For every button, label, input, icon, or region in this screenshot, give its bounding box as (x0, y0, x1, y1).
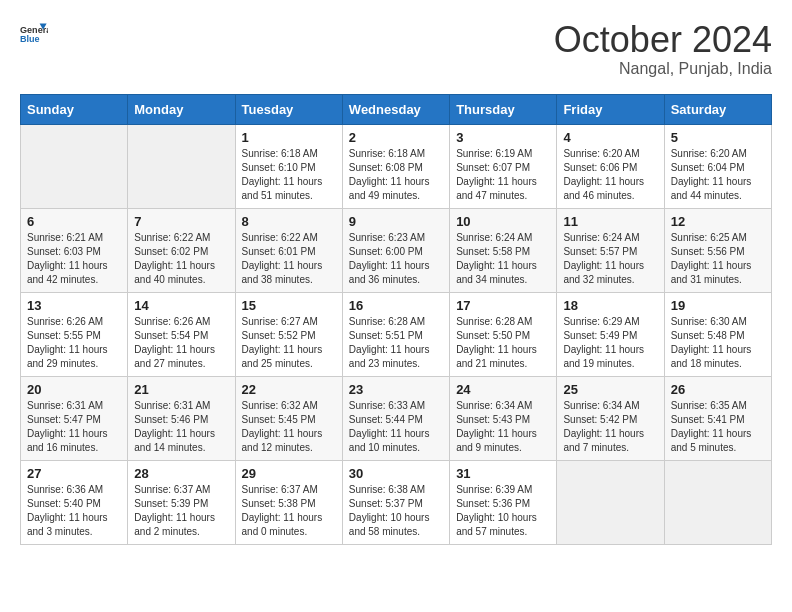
cell-detail: Sunrise: 6:23 AMSunset: 6:00 PMDaylight:… (349, 231, 443, 287)
calendar-cell: 27Sunrise: 6:36 AMSunset: 5:40 PMDayligh… (21, 460, 128, 544)
cell-detail: Sunrise: 6:22 AMSunset: 6:02 PMDaylight:… (134, 231, 228, 287)
calendar-cell: 23Sunrise: 6:33 AMSunset: 5:44 PMDayligh… (342, 376, 449, 460)
calendar-cell: 11Sunrise: 6:24 AMSunset: 5:57 PMDayligh… (557, 208, 664, 292)
day-number: 22 (242, 382, 336, 397)
calendar-week-row: 13Sunrise: 6:26 AMSunset: 5:55 PMDayligh… (21, 292, 772, 376)
cell-detail: Sunrise: 6:18 AMSunset: 6:08 PMDaylight:… (349, 147, 443, 203)
calendar-table: SundayMondayTuesdayWednesdayThursdayFrid… (20, 94, 772, 545)
day-number: 31 (456, 466, 550, 481)
calendar-cell: 22Sunrise: 6:32 AMSunset: 5:45 PMDayligh… (235, 376, 342, 460)
day-number: 15 (242, 298, 336, 313)
calendar-cell: 7Sunrise: 6:22 AMSunset: 6:02 PMDaylight… (128, 208, 235, 292)
calendar-cell (557, 460, 664, 544)
day-number: 4 (563, 130, 657, 145)
svg-text:Blue: Blue (20, 34, 40, 44)
day-number: 7 (134, 214, 228, 229)
calendar-cell: 16Sunrise: 6:28 AMSunset: 5:51 PMDayligh… (342, 292, 449, 376)
day-number: 9 (349, 214, 443, 229)
calendar-cell: 25Sunrise: 6:34 AMSunset: 5:42 PMDayligh… (557, 376, 664, 460)
calendar-cell: 19Sunrise: 6:30 AMSunset: 5:48 PMDayligh… (664, 292, 771, 376)
title-block: October 2024 Nangal, Punjab, India (554, 20, 772, 78)
weekday-header-monday: Monday (128, 94, 235, 124)
day-number: 20 (27, 382, 121, 397)
calendar-cell: 29Sunrise: 6:37 AMSunset: 5:38 PMDayligh… (235, 460, 342, 544)
calendar-cell: 17Sunrise: 6:28 AMSunset: 5:50 PMDayligh… (450, 292, 557, 376)
day-number: 5 (671, 130, 765, 145)
cell-detail: Sunrise: 6:27 AMSunset: 5:52 PMDaylight:… (242, 315, 336, 371)
calendar-cell: 12Sunrise: 6:25 AMSunset: 5:56 PMDayligh… (664, 208, 771, 292)
day-number: 1 (242, 130, 336, 145)
day-number: 18 (563, 298, 657, 313)
calendar-cell (128, 124, 235, 208)
cell-detail: Sunrise: 6:39 AMSunset: 5:36 PMDaylight:… (456, 483, 550, 539)
day-number: 28 (134, 466, 228, 481)
calendar-cell: 30Sunrise: 6:38 AMSunset: 5:37 PMDayligh… (342, 460, 449, 544)
calendar-cell: 20Sunrise: 6:31 AMSunset: 5:47 PMDayligh… (21, 376, 128, 460)
calendar-week-row: 20Sunrise: 6:31 AMSunset: 5:47 PMDayligh… (21, 376, 772, 460)
day-number: 14 (134, 298, 228, 313)
cell-detail: Sunrise: 6:19 AMSunset: 6:07 PMDaylight:… (456, 147, 550, 203)
cell-detail: Sunrise: 6:30 AMSunset: 5:48 PMDaylight:… (671, 315, 765, 371)
day-number: 2 (349, 130, 443, 145)
month-title: October 2024 (554, 20, 772, 60)
cell-detail: Sunrise: 6:21 AMSunset: 6:03 PMDaylight:… (27, 231, 121, 287)
weekday-header-thursday: Thursday (450, 94, 557, 124)
cell-detail: Sunrise: 6:18 AMSunset: 6:10 PMDaylight:… (242, 147, 336, 203)
day-number: 8 (242, 214, 336, 229)
calendar-cell: 14Sunrise: 6:26 AMSunset: 5:54 PMDayligh… (128, 292, 235, 376)
cell-detail: Sunrise: 6:29 AMSunset: 5:49 PMDaylight:… (563, 315, 657, 371)
calendar-cell: 26Sunrise: 6:35 AMSunset: 5:41 PMDayligh… (664, 376, 771, 460)
logo-icon: General Blue (20, 20, 48, 48)
calendar-week-row: 6Sunrise: 6:21 AMSunset: 6:03 PMDaylight… (21, 208, 772, 292)
day-number: 30 (349, 466, 443, 481)
day-number: 13 (27, 298, 121, 313)
day-number: 23 (349, 382, 443, 397)
calendar-cell (664, 460, 771, 544)
calendar-cell: 21Sunrise: 6:31 AMSunset: 5:46 PMDayligh… (128, 376, 235, 460)
cell-detail: Sunrise: 6:24 AMSunset: 5:58 PMDaylight:… (456, 231, 550, 287)
cell-detail: Sunrise: 6:38 AMSunset: 5:37 PMDaylight:… (349, 483, 443, 539)
page-header: General Blue October 2024 Nangal, Punjab… (20, 20, 772, 78)
logo: General Blue (20, 20, 48, 48)
cell-detail: Sunrise: 6:22 AMSunset: 6:01 PMDaylight:… (242, 231, 336, 287)
calendar-cell: 8Sunrise: 6:22 AMSunset: 6:01 PMDaylight… (235, 208, 342, 292)
day-number: 17 (456, 298, 550, 313)
day-number: 10 (456, 214, 550, 229)
weekday-header-sunday: Sunday (21, 94, 128, 124)
day-number: 6 (27, 214, 121, 229)
day-number: 11 (563, 214, 657, 229)
cell-detail: Sunrise: 6:34 AMSunset: 5:43 PMDaylight:… (456, 399, 550, 455)
cell-detail: Sunrise: 6:32 AMSunset: 5:45 PMDaylight:… (242, 399, 336, 455)
cell-detail: Sunrise: 6:35 AMSunset: 5:41 PMDaylight:… (671, 399, 765, 455)
day-number: 12 (671, 214, 765, 229)
day-number: 16 (349, 298, 443, 313)
calendar-cell: 15Sunrise: 6:27 AMSunset: 5:52 PMDayligh… (235, 292, 342, 376)
weekday-header-friday: Friday (557, 94, 664, 124)
calendar-cell: 6Sunrise: 6:21 AMSunset: 6:03 PMDaylight… (21, 208, 128, 292)
calendar-cell: 18Sunrise: 6:29 AMSunset: 5:49 PMDayligh… (557, 292, 664, 376)
calendar-week-row: 1Sunrise: 6:18 AMSunset: 6:10 PMDaylight… (21, 124, 772, 208)
calendar-cell: 24Sunrise: 6:34 AMSunset: 5:43 PMDayligh… (450, 376, 557, 460)
cell-detail: Sunrise: 6:26 AMSunset: 5:55 PMDaylight:… (27, 315, 121, 371)
calendar-cell: 31Sunrise: 6:39 AMSunset: 5:36 PMDayligh… (450, 460, 557, 544)
day-number: 25 (563, 382, 657, 397)
cell-detail: Sunrise: 6:37 AMSunset: 5:38 PMDaylight:… (242, 483, 336, 539)
calendar-week-row: 27Sunrise: 6:36 AMSunset: 5:40 PMDayligh… (21, 460, 772, 544)
day-number: 27 (27, 466, 121, 481)
weekday-header-wednesday: Wednesday (342, 94, 449, 124)
day-number: 3 (456, 130, 550, 145)
day-number: 21 (134, 382, 228, 397)
cell-detail: Sunrise: 6:25 AMSunset: 5:56 PMDaylight:… (671, 231, 765, 287)
cell-detail: Sunrise: 6:34 AMSunset: 5:42 PMDaylight:… (563, 399, 657, 455)
calendar-cell: 9Sunrise: 6:23 AMSunset: 6:00 PMDaylight… (342, 208, 449, 292)
day-number: 19 (671, 298, 765, 313)
cell-detail: Sunrise: 6:31 AMSunset: 5:47 PMDaylight:… (27, 399, 121, 455)
calendar-cell: 1Sunrise: 6:18 AMSunset: 6:10 PMDaylight… (235, 124, 342, 208)
weekday-header-tuesday: Tuesday (235, 94, 342, 124)
day-number: 24 (456, 382, 550, 397)
day-number: 26 (671, 382, 765, 397)
calendar-cell: 4Sunrise: 6:20 AMSunset: 6:06 PMDaylight… (557, 124, 664, 208)
day-number: 29 (242, 466, 336, 481)
cell-detail: Sunrise: 6:37 AMSunset: 5:39 PMDaylight:… (134, 483, 228, 539)
calendar-cell: 10Sunrise: 6:24 AMSunset: 5:58 PMDayligh… (450, 208, 557, 292)
